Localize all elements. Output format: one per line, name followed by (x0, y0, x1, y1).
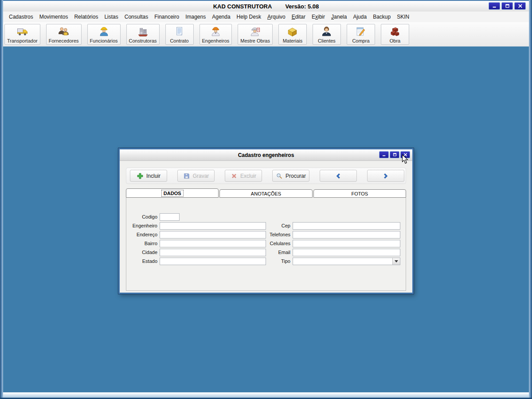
chevron-left-icon (335, 172, 342, 180)
title-bar: KAD CONSTRUTORA Versão: 5.08 (3, 1, 529, 12)
engineer-icon (210, 26, 222, 38)
minimize-button[interactable] (489, 2, 500, 10)
suppliers-icon (58, 26, 70, 38)
menu-item-consultas[interactable]: Consultas (121, 12, 151, 21)
application-window: KAD CONSTRUTORA Versão: 5.08 CadastrosMo… (0, 0, 532, 399)
worker-icon (98, 26, 110, 38)
form-column-right: CepTelefonesCelularesEmailTipo (255, 221, 400, 266)
toolbar-button-label: Funcionários (90, 38, 118, 43)
cidade-field[interactable] (160, 249, 266, 256)
maximize-icon (392, 153, 397, 157)
app-title: KAD CONSTRUTORA (213, 3, 272, 10)
menu-item-cadastros[interactable]: Cadastros (6, 12, 36, 21)
toolbar-button-compra[interactable]: Compra (347, 24, 375, 45)
procurar-button[interactable]: Procurar (272, 170, 309, 182)
telefones-field[interactable] (293, 231, 400, 239)
form-column-left: CodigoEngenheiroEndereçoBairroCidadeEsta… (127, 212, 266, 266)
tab-dados[interactable]: DADOS (126, 188, 219, 198)
menu-item-movimentos[interactable]: Movimentos (36, 12, 71, 21)
next-button[interactable] (367, 170, 404, 182)
tab-label: ANOTAÇÕES (251, 191, 281, 196)
previous-button[interactable] (320, 170, 357, 182)
toolbar-button-materiais[interactable]: Materiais (278, 24, 307, 45)
field-label-cep: Cep (255, 223, 290, 228)
toolbar-button-label: Clientes (318, 38, 336, 43)
toolbar-button-engenheiros[interactable]: Engenheiros (200, 24, 232, 45)
field-label-cidade: Cidade (127, 250, 157, 255)
button-label: Excluir (240, 173, 256, 179)
field-label-telefones: Telefones (255, 232, 290, 237)
menu-item-ajuda[interactable]: Ajuda (350, 12, 370, 21)
menu-item-skin[interactable]: SKIN (394, 12, 412, 21)
toolbar-button-fornecedores[interactable]: Fornecedores (46, 24, 82, 45)
endereco-field[interactable] (160, 231, 266, 239)
menu-item-editar[interactable]: Editar (289, 12, 309, 21)
tab-anotacoes[interactable]: ANOTAÇÕES (219, 189, 312, 198)
engenheiro-field[interactable] (160, 222, 266, 230)
toolbar: TransportadorFornecedoresFuncionáriosCon… (3, 22, 529, 47)
menu-item-imagens[interactable]: Imagens (182, 12, 209, 21)
form-row-celulares: Celulares (255, 239, 400, 248)
codigo-field[interactable] (160, 213, 180, 221)
minimize-icon (492, 4, 497, 8)
excluir-button[interactable]: Excluir (225, 170, 262, 182)
close-button[interactable] (514, 2, 526, 10)
cep-field[interactable] (293, 222, 400, 230)
menu-item-help-desk[interactable]: Help Desk (234, 12, 264, 21)
toolbar-button-label: Fornecedores (49, 38, 79, 43)
tipo-field[interactable] (293, 258, 392, 265)
field-label-endereco: Endereço (127, 232, 157, 237)
form-row-codigo: Codigo (127, 212, 266, 221)
toolbar-button-funcionarios[interactable]: Funcionários (87, 24, 121, 45)
minimize-button[interactable] (379, 151, 389, 158)
form-row-estado: Estado (127, 257, 266, 266)
tab-fotos[interactable]: FOTOS (313, 189, 406, 198)
menu-item-financeiro[interactable]: Financeiro (151, 12, 182, 21)
toolbar-button-mestre-obras[interactable]: Mestre Obras (238, 24, 273, 45)
toolbar-button-clientes[interactable]: Clientes (313, 24, 341, 45)
status-bar (3, 392, 529, 398)
menu-item-agenda[interactable]: Agenda (209, 12, 233, 21)
menu-item-janela[interactable]: Janela (328, 12, 350, 21)
toolbar-button-obra[interactable]: Obra (381, 24, 409, 45)
bricks-icon (389, 26, 401, 38)
incluir-button[interactable]: Incluir (130, 170, 167, 182)
form-row-tipo: Tipo (255, 257, 400, 266)
toolbar-button-label: Materiais (283, 38, 303, 43)
form-row-telefones: Telefones (255, 230, 400, 239)
purchase-note-icon (355, 26, 367, 38)
toolbar-button-transportador[interactable]: Transportador (4, 24, 40, 45)
field-label-celulares: Celulares (255, 241, 290, 246)
dropdown-button[interactable] (392, 258, 400, 265)
menu-item-relatorios[interactable]: Relatórios (71, 12, 101, 21)
menu-item-exibir[interactable]: Exibir (309, 12, 328, 21)
bairro-field[interactable] (160, 240, 266, 247)
minimize-icon (382, 153, 387, 157)
building-icon (137, 26, 149, 38)
tab-label: DADOS (162, 190, 183, 196)
toolbar-button-contrato[interactable]: Contrato (165, 24, 194, 45)
toolbar-button-construtoras[interactable]: Construtoras (126, 24, 160, 45)
action-button-panel: IncluirGravarExcluirProcurar (126, 168, 406, 184)
search-icon (276, 172, 283, 180)
toolbar-button-label: Compra (352, 38, 369, 43)
menu-item-arquivo[interactable]: Arquivo (264, 12, 289, 21)
mouse-cursor (402, 154, 408, 166)
menu-item-backup[interactable]: Backup (370, 12, 394, 21)
dialog-title-bar[interactable]: Cadastro engenheiros (120, 149, 412, 161)
menu-item-listas[interactable]: Listas (101, 12, 121, 21)
tab-strip: DADOSANOTAÇÕESFOTOS (126, 188, 406, 198)
button-label: Procurar (286, 173, 306, 179)
maximize-icon (505, 4, 510, 8)
client-icon (321, 26, 332, 38)
celulares-field[interactable] (293, 240, 400, 247)
tipo-select[interactable] (293, 258, 400, 265)
estado-field[interactable] (160, 258, 266, 265)
maximize-button[interactable] (501, 2, 513, 10)
gravar-button[interactable]: Gravar (177, 170, 215, 182)
maximize-button[interactable] (390, 151, 399, 158)
email-field[interactable] (293, 249, 400, 256)
form-row-email: Email (255, 248, 400, 257)
field-label-codigo: Codigo (127, 214, 157, 219)
menu-bar: CadastrosMovimentosRelatóriosListasConsu… (3, 12, 529, 23)
